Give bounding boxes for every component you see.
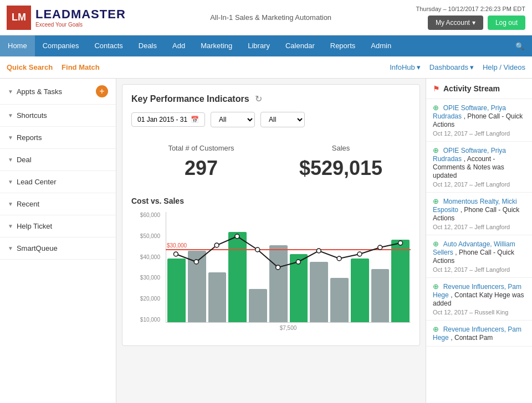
main-content: Key Performance Indicators ↻ 01 Jan 2015…	[116, 79, 426, 403]
logo-icon: LM	[7, 6, 31, 30]
chevron-down-icon: ▾	[470, 63, 474, 71]
sub-nav: Quick Search Find Match InfoHub ▾ Dashbo…	[0, 56, 532, 79]
x-label: $7,500	[280, 325, 297, 331]
filter1-select[interactable]: All	[211, 112, 255, 127]
bar-7[interactable]	[310, 262, 328, 322]
activity-date: Oct 12, 2017 – Russell King	[433, 309, 525, 316]
bar-6[interactable]	[290, 254, 308, 322]
infohub-link[interactable]: InfoHub ▾	[390, 63, 421, 71]
add-appts-button[interactable]: +	[96, 85, 108, 97]
header-subtitle: All-In-1 Sales & Marketing Automation	[210, 13, 331, 22]
nav-admin[interactable]: Admin	[363, 35, 399, 56]
kpi-section: Key Performance Indicators ↻ 01 Jan 2015…	[122, 84, 420, 346]
bar-2[interactable]	[208, 272, 227, 322]
bar-0[interactable]	[167, 259, 186, 322]
flag-icon: ⚑	[433, 84, 440, 93]
sidebar-item-reports[interactable]: ▼ Reports	[0, 127, 116, 149]
plus-icon: ⊕	[433, 197, 439, 205]
chevron-down-icon: ▼	[8, 157, 13, 163]
activity-stream: ⚑ Activity Stream ⊕ OPIE Software, Priya…	[426, 79, 532, 403]
sidebar-item-appts-tasks[interactable]: ▼ Appts & Tasks +	[0, 79, 116, 105]
chevron-down-icon: ▼	[8, 135, 13, 141]
bar-3[interactable]	[228, 232, 247, 322]
metric-sales: Sales $529,015	[271, 138, 411, 185]
bar-9[interactable]	[351, 259, 369, 322]
activity-item: ⊕ OPIE Software, Priya Rudradas , Accoun…	[426, 142, 532, 193]
chevron-down-icon: ▼	[8, 112, 13, 118]
filter2-select[interactable]: All	[260, 112, 305, 127]
y-label-60k: $60,000	[140, 212, 160, 218]
plus-icon: ⊕	[433, 282, 439, 291]
chevron-down-icon: ▾	[472, 19, 475, 27]
nav-home[interactable]: Home	[0, 35, 35, 56]
header-right: Thursday – 10/12/2017 2:26:23 PM EDT My …	[416, 6, 525, 30]
my-account-button[interactable]: My Account ▾	[428, 16, 483, 30]
refresh-icon[interactable]: ↻	[255, 94, 262, 104]
activity-date: Oct 12, 2017 – Jeff Langford	[433, 224, 525, 230]
chart-wrapper: $60,000 $50,000 $40,000 $30,000 $20,000 …	[131, 212, 411, 331]
activity-item: ⊕ Auto Advantage, William Sellers , Phon…	[426, 235, 532, 278]
sidebar-item-lead-center[interactable]: ▼ Lead Center	[0, 171, 116, 193]
bar-4[interactable]	[249, 289, 267, 322]
calendar-icon: 📅	[191, 116, 199, 123]
nav-calendar[interactable]: Calendar	[278, 35, 323, 56]
chevron-down-icon: ▾	[417, 63, 421, 71]
activity-date: Oct 12, 2017 – Jeff Langford	[433, 266, 525, 273]
chevron-down-icon: ▼	[8, 245, 13, 251]
sidebar-item-deal[interactable]: ▼ Deal	[0, 149, 116, 171]
nav-contacts[interactable]: Contacts	[86, 35, 130, 56]
chevron-down-icon: ▼	[8, 89, 13, 95]
y-label-40k: $40,000	[140, 254, 160, 260]
nav-companies[interactable]: Companies	[35, 35, 87, 56]
sidebar-item-recent[interactable]: ▼ Recent	[0, 193, 116, 215]
nav-reports[interactable]: Reports	[323, 35, 364, 56]
activity-text: , Contact Pam	[451, 334, 493, 342]
header-datetime: Thursday – 10/12/2017 2:26:23 PM EDT	[416, 6, 525, 12]
nav-search-icon[interactable]: 🔍	[508, 42, 532, 50]
sidebar-item-smartqueue[interactable]: ▼ SmartQueue	[0, 237, 116, 260]
nav-library[interactable]: Library	[240, 35, 278, 56]
main-nav: Home Companies Contacts Deals Add Market…	[0, 35, 532, 56]
bar-11[interactable]	[391, 240, 410, 322]
nav-add[interactable]: Add	[165, 35, 193, 56]
chevron-down-icon: ▼	[8, 201, 13, 207]
plus-icon: ⊕	[433, 104, 439, 112]
sidebar-item-help-ticket[interactable]: ▼ Help Ticket	[0, 215, 116, 237]
activity-item: ⊕ Momentous Realty, Micki Esposito , Pho…	[426, 193, 532, 235]
metric-sales-value: $529,015	[277, 157, 405, 180]
bar-5[interactable]	[269, 245, 288, 322]
logo-name: LEADMASTER	[35, 7, 126, 22]
quick-search-link[interactable]: Quick Search	[7, 63, 53, 71]
header-buttons: My Account ▾ Log out	[428, 16, 525, 30]
kpi-metrics: Total # of Customers 297 Sales $529,015	[131, 138, 411, 185]
sidebar-item-shortcuts[interactable]: ▼ Shortcuts	[0, 105, 116, 127]
logout-button[interactable]: Log out	[488, 16, 525, 30]
main-layout: ▼ Appts & Tasks + ▼ Shortcuts ▼ Reports …	[0, 79, 532, 403]
plus-icon: ⊕	[433, 240, 439, 248]
sidebar: ▼ Appts & Tasks + ▼ Shortcuts ▼ Reports …	[0, 79, 116, 403]
plus-icon: ⊕	[433, 325, 439, 333]
dashboards-link[interactable]: Dashboards ▾	[429, 63, 474, 71]
kpi-title: Key Performance Indicators	[131, 94, 249, 104]
plus-icon: ⊕	[433, 146, 439, 154]
activity-item: ⊕ OPIE Software, Priya Rudradas , Phone …	[426, 99, 532, 142]
date-range-picker[interactable]: 01 Jan 2015 - 31 📅	[131, 112, 205, 127]
y-label-20k: $20,000	[140, 296, 160, 302]
bar-8[interactable]	[330, 278, 349, 322]
nav-deals[interactable]: Deals	[131, 35, 165, 56]
find-match-link[interactable]: Find Match	[62, 63, 100, 71]
bar-1[interactable]	[188, 251, 206, 322]
nav-marketing[interactable]: Marketing	[193, 35, 240, 56]
kpi-filters: 01 Jan 2015 - 31 📅 All All	[131, 112, 411, 127]
bar-10[interactable]	[371, 269, 390, 322]
chart-title: Cost vs. Sales	[131, 197, 411, 205]
metric-customers-label: Total # of Customers	[137, 144, 265, 152]
logo-tagline: Exceed Your Goals	[35, 22, 126, 28]
logo: LM LEADMASTER Exceed Your Goals	[7, 6, 126, 30]
activity-stream-header: ⚑ Activity Stream	[426, 79, 532, 99]
activity-date: Oct 12, 2017 – Jeff Langford	[433, 181, 525, 188]
header: LM LEADMASTER Exceed Your Goals All-In-1…	[0, 0, 532, 35]
logo-text: LEADMASTER Exceed Your Goals	[35, 7, 126, 28]
help-videos-link[interactable]: Help / Videos	[483, 63, 525, 71]
chevron-down-icon: ▼	[8, 179, 13, 185]
